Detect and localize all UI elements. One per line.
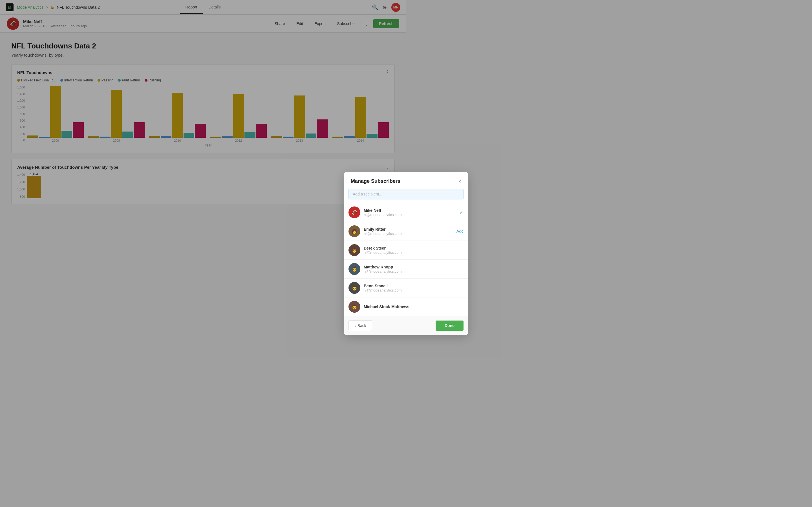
modal-overlay: Manage Subscribers × 🏈 Mike Neff hi@mode… [0, 0, 406, 253]
subscriber-list: 🏈 Mike Neff hi@modeanalytics.com ✓ 👩 Emi… [344, 203, 406, 253]
subscriber-email-mike-neff: hi@modeanalytics.com [364, 213, 406, 217]
subscriber-avatar-emily-ritter: 👩 [349, 225, 360, 237]
subscriber-item-emily-ritter: 👩 Emily Ritter hi@modeanalytics.com Add [344, 222, 406, 241]
modal-search [344, 189, 406, 203]
subscriber-item-mike-neff: 🏈 Mike Neff hi@modeanalytics.com ✓ [344, 203, 406, 222]
modal-title: Manage Subscribers [351, 178, 400, 184]
subscriber-name-derek-steer: Derek Steer [364, 246, 406, 250]
subscriber-email-derek-steer: hi@modeanalytics.com [364, 250, 406, 254]
subscriber-name-mike-neff: Mike Neff [364, 208, 406, 213]
subscriber-name-emily-ritter: Emily Ritter [364, 227, 406, 231]
subscriber-email-emily-ritter: hi@modeanalytics.com [364, 231, 406, 236]
subscriber-avatar-derek-steer: 👨 [349, 244, 360, 253]
subscriber-info-derek-steer: Derek Steer hi@modeanalytics.com [364, 246, 406, 254]
subscriber-info-emily-ritter: Emily Ritter hi@modeanalytics.com [364, 227, 406, 236]
modal-header: Manage Subscribers × [344, 172, 406, 189]
manage-subscribers-modal: Manage Subscribers × 🏈 Mike Neff hi@mode… [344, 172, 406, 253]
subscriber-avatar-mike-neff: 🏈 [349, 207, 360, 218]
subscriber-info-mike-neff: Mike Neff hi@modeanalytics.com [364, 208, 406, 217]
recipient-search-input[interactable] [349, 189, 406, 200]
subscriber-item-derek-steer: 👨 Derek Steer hi@modeanalytics.com [344, 241, 406, 253]
